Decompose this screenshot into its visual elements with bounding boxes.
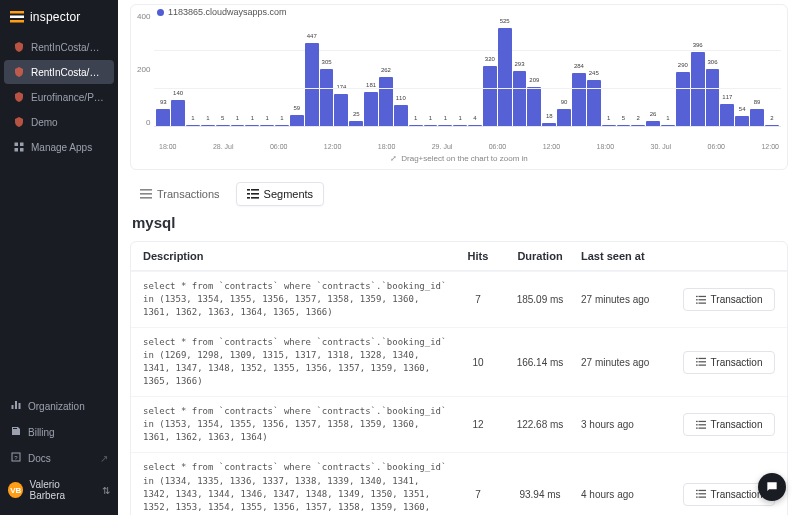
chart-bar[interactable]: 1 bbox=[453, 125, 467, 126]
chart-bar[interactable]: 90 bbox=[557, 109, 571, 126]
brand[interactable]: inspector bbox=[0, 0, 118, 32]
cell-last-seen: 27 minutes ago bbox=[581, 357, 675, 368]
bar-value-label: 305 bbox=[322, 59, 332, 65]
sidebar-item-1[interactable]: RentInCosta/Sorr... bbox=[4, 60, 114, 84]
app-icon bbox=[13, 116, 25, 128]
bottom-label: Billing bbox=[28, 427, 55, 438]
chart-bar[interactable]: 1 bbox=[245, 125, 259, 126]
bar-value-label: 396 bbox=[693, 42, 703, 48]
zoom-icon: ⤢ bbox=[390, 154, 397, 163]
y-tick: 200 bbox=[137, 66, 150, 74]
chart-bar[interactable]: 2 bbox=[631, 125, 645, 126]
svg-rect-0 bbox=[10, 11, 24, 14]
chart-bar[interactable]: 1 bbox=[438, 125, 452, 126]
bar-value-label: 320 bbox=[485, 56, 495, 62]
chart-bar[interactable]: 59 bbox=[290, 115, 304, 126]
chart-bar[interactable]: 396 bbox=[691, 52, 705, 126]
chart-bar[interactable]: 54 bbox=[735, 116, 749, 126]
tab-transactions[interactable]: Transactions bbox=[130, 183, 230, 205]
bar-value-label: 306 bbox=[707, 59, 717, 65]
tabbar: Transactions Segments bbox=[130, 182, 788, 206]
bar-value-label: 245 bbox=[589, 70, 599, 76]
chart-bar[interactable]: 293 bbox=[513, 71, 527, 126]
x-tick: 18:00 bbox=[597, 143, 615, 150]
chart-bar[interactable]: 209 bbox=[527, 87, 541, 126]
chat-fab[interactable] bbox=[758, 473, 786, 501]
svg-rect-11 bbox=[140, 197, 152, 199]
svg-rect-15 bbox=[251, 193, 259, 195]
sidebar-item-0[interactable]: RentInCosta/Efisio bbox=[4, 35, 114, 59]
chart-card: 1183865.cloudwaysapps.com 4002000 931401… bbox=[130, 4, 788, 170]
chart-bar[interactable]: 305 bbox=[320, 69, 334, 126]
chart-bar[interactable]: 2 bbox=[765, 125, 779, 126]
svg-rect-14 bbox=[247, 193, 250, 195]
bar-value-label: 2 bbox=[770, 115, 773, 121]
bar-value-label: 54 bbox=[739, 106, 746, 112]
chart-bar[interactable]: 110 bbox=[394, 105, 408, 126]
cell-last-seen: 4 hours ago bbox=[581, 489, 675, 500]
chart-bar[interactable]: 5 bbox=[216, 125, 230, 126]
x-tick: 06:00 bbox=[489, 143, 507, 150]
chart-bar[interactable]: 140 bbox=[171, 100, 185, 126]
bar-value-label: 2 bbox=[637, 115, 640, 121]
chart-bar[interactable]: 5 bbox=[617, 125, 631, 126]
sidebar-item-2[interactable]: Eurofinance/PROD bbox=[4, 85, 114, 109]
svg-rect-13 bbox=[251, 189, 259, 191]
sidebar-item-4[interactable]: Manage Apps bbox=[4, 135, 114, 159]
section-title: mysql bbox=[132, 214, 786, 231]
chart-bar[interactable]: 525 bbox=[498, 28, 512, 126]
cell-hits: 7 bbox=[457, 489, 499, 500]
chart-bar[interactable]: 1 bbox=[201, 125, 215, 126]
transaction-button[interactable]: Transaction bbox=[683, 288, 775, 311]
chart-bar[interactable]: 1 bbox=[409, 125, 423, 126]
chart-bar[interactable]: 1 bbox=[602, 125, 616, 126]
chart-bar[interactable]: 25 bbox=[349, 121, 363, 126]
chart-bar[interactable]: 181 bbox=[364, 92, 378, 126]
chart-bar[interactable]: 262 bbox=[379, 77, 393, 126]
bar-value-label: 1 bbox=[666, 115, 669, 121]
bar-value-label: 1 bbox=[280, 115, 283, 121]
chart-bar[interactable]: 1 bbox=[186, 125, 200, 126]
chart-bar[interactable]: 89 bbox=[750, 109, 764, 126]
transaction-button[interactable]: Transaction bbox=[683, 351, 775, 374]
chart-bar[interactable]: 93 bbox=[156, 109, 170, 126]
bottom-item-docs[interactable]: ?Docs↗ bbox=[0, 445, 118, 471]
chart-bar[interactable]: 117 bbox=[720, 104, 734, 126]
chart-bar[interactable]: 245 bbox=[587, 80, 601, 126]
app-icon bbox=[13, 141, 25, 153]
sidebar-item-label: RentInCosta/Efisio bbox=[31, 42, 105, 53]
chart-bar[interactable]: 18 bbox=[542, 123, 556, 126]
chart-bar[interactable]: 1 bbox=[424, 125, 438, 126]
chart-plot[interactable]: 9314011511115944730517425181262110111143… bbox=[154, 13, 781, 127]
user-row[interactable]: VBValerio Barbera⇅ bbox=[0, 471, 118, 509]
th-last-seen: Last seen at bbox=[581, 250, 675, 262]
content-scroll[interactable]: 1183865.cloudwaysapps.com 4002000 931401… bbox=[118, 0, 800, 515]
logo-icon bbox=[10, 11, 24, 23]
svg-rect-41 bbox=[698, 497, 706, 498]
y-tick: 0 bbox=[146, 119, 150, 127]
bottom-item-billing[interactable]: Billing bbox=[0, 419, 118, 445]
chart-bar[interactable]: 290 bbox=[676, 72, 690, 126]
chart-bar[interactable]: 284 bbox=[572, 73, 586, 126]
chart-bar[interactable]: 26 bbox=[646, 121, 660, 126]
tab-segments[interactable]: Segments bbox=[236, 182, 325, 206]
chart-bar[interactable]: 1 bbox=[260, 125, 274, 126]
chart-bar[interactable]: 306 bbox=[706, 69, 720, 126]
chart-area[interactable]: 4002000 93140115111159447305174251812621… bbox=[137, 13, 781, 141]
cell-duration: 166.14 ms bbox=[507, 357, 573, 368]
bottom-icon bbox=[10, 399, 22, 413]
chart-bar[interactable]: 1 bbox=[275, 125, 289, 126]
chart-bar[interactable]: 447 bbox=[305, 43, 319, 126]
bottom-item-organization[interactable]: Organization bbox=[0, 393, 118, 419]
sidebar-item-3[interactable]: Demo bbox=[4, 110, 114, 134]
chart-bar[interactable]: 1 bbox=[231, 125, 245, 126]
chart-bar[interactable]: 320 bbox=[483, 66, 497, 126]
chart-bar[interactable]: 1 bbox=[661, 125, 675, 126]
chart-bar[interactable]: 174 bbox=[334, 94, 348, 126]
chart-bar[interactable]: 4 bbox=[468, 125, 482, 126]
x-tick: 28. Jul bbox=[213, 143, 234, 150]
cell-description: select * from `contracts` where `contrac… bbox=[143, 461, 449, 515]
svg-rect-9 bbox=[140, 189, 152, 191]
chat-icon bbox=[765, 480, 779, 494]
transaction-button[interactable]: Transaction bbox=[683, 413, 775, 436]
